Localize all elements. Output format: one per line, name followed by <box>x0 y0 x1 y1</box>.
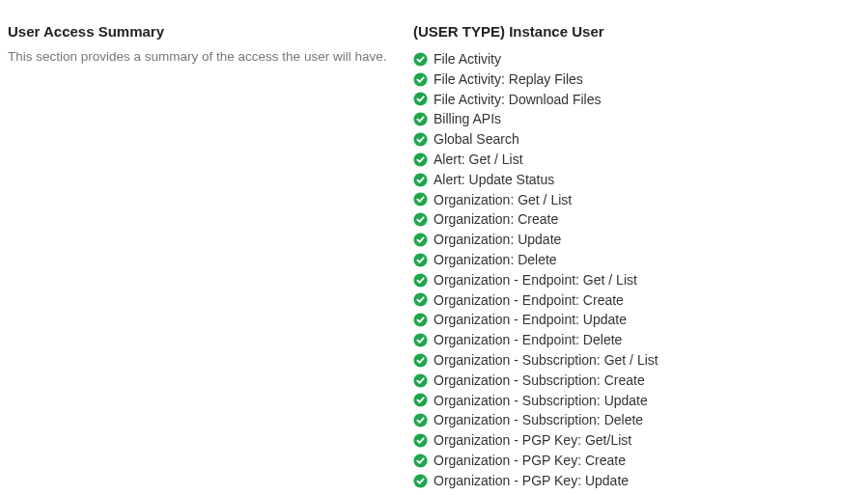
permission-item: Organization - PGP Key: Create <box>413 451 860 471</box>
check-circle-icon <box>413 52 428 67</box>
check-circle-icon <box>413 273 428 288</box>
permission-label: File Activity <box>434 51 501 68</box>
permission-item: Alert: Get / List <box>413 150 860 170</box>
check-circle-icon <box>413 72 428 87</box>
permission-label: Organization - PGP Key: Get/List <box>434 432 631 449</box>
user-access-summary-page: User Access Summary This section provide… <box>0 0 868 495</box>
permission-item: Organization - Endpoint: Delete <box>413 330 860 350</box>
permission-item: File Activity: Replay Files <box>413 69 860 90</box>
check-circle-icon <box>413 313 428 327</box>
check-circle-icon <box>413 474 428 488</box>
permission-label: Global Search <box>434 131 519 148</box>
permission-label: Organization - Subscription: Delete <box>434 412 643 428</box>
section-title: User Access Summary <box>8 23 413 40</box>
permission-label: Organization - PGP Key: Create <box>434 453 626 469</box>
user-type-heading: (USER TYPE) Instance User <box>413 23 860 40</box>
permission-label: Organization - Endpoint: Update <box>434 312 627 328</box>
permission-label: File Activity: Download Files <box>434 92 602 108</box>
permission-item: Billing APIs <box>413 109 860 129</box>
permission-item: Organization - Endpoint: Create <box>413 290 860 311</box>
check-circle-icon <box>413 92 428 106</box>
permission-item: Organization: Create <box>413 209 860 230</box>
check-circle-icon <box>413 333 428 347</box>
permission-label: Organization - Endpoint: Delete <box>434 332 622 348</box>
check-circle-icon <box>413 253 428 267</box>
check-circle-icon <box>413 353 428 368</box>
permission-item: Global Search <box>413 129 860 150</box>
permission-item: File Activity <box>413 49 860 69</box>
permission-item: Organization - Subscription: Create <box>413 371 860 391</box>
check-circle-icon <box>413 192 428 206</box>
section-description: This section provides a summary of the a… <box>8 49 413 64</box>
permission-item: Organization - PGP Key: Get/List <box>413 430 860 451</box>
permission-label: Organization: Create <box>434 211 558 228</box>
permission-label: Alert: Get / List <box>434 151 523 168</box>
permission-item: Organization: Update <box>413 230 860 250</box>
permission-label: Organization: Update <box>434 232 561 248</box>
permission-item: Organization - Subscription: Get / List <box>413 350 860 371</box>
permission-list: File ActivityFile Activity: Replay Files… <box>413 49 860 491</box>
permission-label: Organization - Endpoint: Get / List <box>434 272 637 289</box>
check-circle-icon <box>413 152 428 167</box>
check-circle-icon <box>413 413 428 427</box>
summary-left-column: User Access Summary This section provide… <box>8 23 413 495</box>
summary-right-column: (USER TYPE) Instance User File ActivityF… <box>413 23 860 495</box>
permission-item: Organization - Endpoint: Update <box>413 310 860 330</box>
check-circle-icon <box>413 173 428 187</box>
check-circle-icon <box>413 212 428 227</box>
check-circle-icon <box>413 132 428 147</box>
permission-item: File Activity: Download Files <box>413 90 860 110</box>
permission-item: Organization: Delete <box>413 250 860 270</box>
check-circle-icon <box>413 454 428 468</box>
permission-item: Organization - Endpoint: Get / List <box>413 270 860 290</box>
permission-label: Alert: Update Status <box>434 172 554 188</box>
check-circle-icon <box>413 373 428 388</box>
permission-label: Billing APIs <box>434 111 501 127</box>
check-circle-icon <box>413 112 428 126</box>
permission-item: Organization: Get / List <box>413 190 860 210</box>
permission-label: Organization: Delete <box>434 252 557 268</box>
permission-item: Organization - Subscription: Update <box>413 391 860 411</box>
permission-label: Organization - PGP Key: Update <box>434 473 629 489</box>
check-circle-icon <box>413 433 428 448</box>
permission-label: Organization - Subscription: Create <box>434 372 645 389</box>
check-circle-icon <box>413 393 428 407</box>
permission-item: Organization - Subscription: Delete <box>413 410 860 430</box>
permission-item: Alert: Update Status <box>413 170 860 190</box>
permission-label: Organization: Get / List <box>434 192 572 208</box>
permission-label: Organization - Subscription: Get / List <box>434 352 658 369</box>
permission-item: Organization - PGP Key: Update <box>413 471 860 491</box>
permission-label: Organization - Subscription: Update <box>434 393 648 409</box>
permission-label: Organization - Endpoint: Create <box>434 292 624 309</box>
check-circle-icon <box>413 233 428 247</box>
check-circle-icon <box>413 292 428 307</box>
permission-label: File Activity: Replay Files <box>434 71 583 88</box>
